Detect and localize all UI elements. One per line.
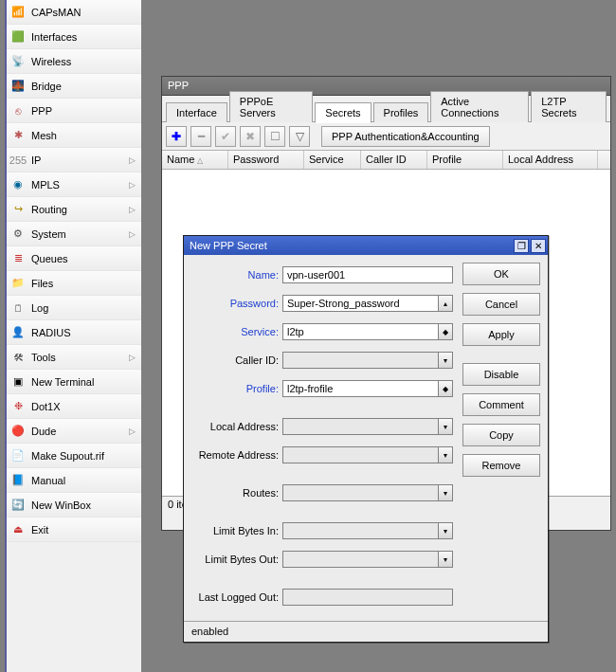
restore-icon[interactable]: ❐ xyxy=(514,239,529,253)
profile-field[interactable] xyxy=(282,380,439,397)
service-dropdown-icon[interactable]: ◆ xyxy=(438,323,453,340)
limit-bytes-in-label: Limit Bytes In: xyxy=(191,525,282,536)
sidebar-item-dude[interactable]: 🔴Dude▷ xyxy=(7,419,141,444)
sidebar-item-mesh[interactable]: ✱Mesh xyxy=(7,123,141,148)
sidebar-item-new-winbox[interactable]: 🔄New WinBox xyxy=(7,493,141,518)
name-field[interactable] xyxy=(282,266,453,283)
sidebar-item-label: RADIUS xyxy=(31,327,71,338)
column-header-service[interactable]: Service xyxy=(304,151,361,169)
sidebar-item-label: Routing xyxy=(31,204,67,215)
sidebar-item-bridge[interactable]: 🌉Bridge xyxy=(7,74,141,99)
caller-id-field[interactable] xyxy=(282,352,439,369)
dialog-titlebar[interactable]: New PPP Secret ❐ ✕ xyxy=(184,236,548,255)
sidebar-item-radius[interactable]: 👤RADIUS xyxy=(7,320,141,345)
tab-interface[interactable]: Interface xyxy=(166,102,227,122)
new-ppp-secret-dialog: New PPP Secret ❐ ✕ Name: Password: ▴ Ser… xyxy=(183,235,549,643)
limit-bytes-in-expand-icon[interactable]: ▾ xyxy=(438,522,453,539)
chevron-right-icon: ▷ xyxy=(129,205,136,214)
make-supout-rif-icon: 📄 xyxy=(10,448,26,463)
column-header-name[interactable]: Name △ xyxy=(162,151,228,169)
sidebar-item-mpls[interactable]: ◉MPLS▷ xyxy=(7,173,141,197)
sidebar-item-routing[interactable]: ↪Routing▷ xyxy=(7,197,141,222)
column-header-caller-id[interactable]: Caller ID xyxy=(361,151,427,169)
ppp-auth-button[interactable]: PPP Authentication&Accounting xyxy=(321,126,490,147)
local-address-expand-icon[interactable]: ▾ xyxy=(438,418,453,435)
sidebar-item-wireless[interactable]: 📡Wireless xyxy=(7,49,141,74)
sidebar-item-new-terminal[interactable]: ▣New Terminal xyxy=(7,370,141,394)
sidebar-item-label: CAPsMAN xyxy=(31,7,82,18)
sidebar-item-ppp[interactable]: ⎋PPP xyxy=(7,99,141,123)
limit-bytes-out-expand-icon[interactable]: ▾ xyxy=(438,551,453,568)
sidebar-item-files[interactable]: 📁Files xyxy=(7,271,141,296)
column-header-local-address[interactable]: Local Address xyxy=(503,151,598,169)
disable-dialog-button[interactable]: Disable xyxy=(462,363,540,386)
tab-pppoe-servers[interactable]: PPPoE Servers xyxy=(229,91,313,122)
column-header-password[interactable]: Password xyxy=(228,151,304,169)
sidebar-item-log[interactable]: 🗒Log xyxy=(7,296,141,320)
ppp-tab-strip: InterfacePPPoE ServersSecretsProfilesAct… xyxy=(162,96,610,122)
sidebar-item-label: Tools xyxy=(31,352,56,363)
capsman-icon: 📶 xyxy=(10,5,26,20)
local-address-field[interactable] xyxy=(282,418,439,435)
sidebar-item-exit[interactable]: ⏏Exit xyxy=(7,518,141,542)
close-icon[interactable]: ✕ xyxy=(531,239,546,253)
remove-dialog-button[interactable]: Remove xyxy=(462,454,540,477)
sidebar-item-queues[interactable]: ≣Queues xyxy=(7,246,141,271)
limit-bytes-out-field[interactable] xyxy=(282,551,439,568)
ok-button[interactable]: OK xyxy=(462,263,540,285)
dialog-status: enabled xyxy=(184,621,548,642)
caller-id-label: Caller ID: xyxy=(191,354,282,366)
tab-active-connections[interactable]: Active Connections xyxy=(430,91,529,122)
routes-label: Routes: xyxy=(191,487,282,499)
column-header-profile[interactable]: Profile xyxy=(427,151,503,169)
name-label: Name: xyxy=(191,269,282,281)
password-field[interactable] xyxy=(282,295,439,312)
comment-button[interactable]: ☐ xyxy=(264,126,285,147)
filter-button[interactable]: ▽ xyxy=(289,126,310,147)
remote-address-field[interactable] xyxy=(282,446,439,463)
enable-button[interactable]: ✔ xyxy=(215,126,236,147)
sidebar-item-label: Make Supout.rif xyxy=(31,450,104,462)
sidebar-item-label: Mesh xyxy=(31,130,57,141)
sidebar-item-label: System xyxy=(31,228,66,240)
tab-l2tp-secrets[interactable]: L2TP Secrets xyxy=(531,91,607,122)
sidebar-item-capsman[interactable]: 📶CAPsMAN xyxy=(7,0,141,25)
remote-address-expand-icon[interactable]: ▾ xyxy=(438,446,453,463)
mesh-icon: ✱ xyxy=(10,128,26,143)
comment-dialog-button[interactable]: Comment xyxy=(462,393,540,416)
sidebar-item-tools[interactable]: 🛠Tools▷ xyxy=(7,345,141,370)
sidebar-item-make-supout-rif[interactable]: 📄Make Supout.rif xyxy=(7,444,141,468)
profile-dropdown-icon[interactable]: ◆ xyxy=(438,380,453,397)
last-logged-out-field xyxy=(282,589,453,606)
tab-secrets[interactable]: Secrets xyxy=(315,102,371,123)
queues-icon: ≣ xyxy=(10,251,26,266)
sidebar-item-ip[interactable]: 255IP▷ xyxy=(7,148,141,173)
limit-bytes-in-field[interactable] xyxy=(282,522,439,539)
log-icon: 🗒 xyxy=(10,300,26,316)
sidebar-item-label: Dude xyxy=(31,426,56,437)
dialog-title: New PPP Secret xyxy=(190,240,267,251)
caller-id-expand-icon[interactable]: ▾ xyxy=(438,352,453,369)
sidebar-item-label: New Terminal xyxy=(31,376,94,388)
disable-button[interactable]: ✖ xyxy=(240,126,261,147)
routes-field[interactable] xyxy=(282,484,439,501)
remove-button[interactable]: ━ xyxy=(190,126,211,147)
sidebar-item-label: PPP xyxy=(31,105,52,117)
add-button[interactable]: ✚ xyxy=(166,126,187,147)
sidebar-item-label: New WinBox xyxy=(31,499,91,511)
sidebar-item-interfaces[interactable]: 🟩Interfaces xyxy=(7,25,141,49)
apply-button[interactable]: Apply xyxy=(462,323,540,346)
dude-icon: 🔴 xyxy=(10,424,26,439)
service-field[interactable] xyxy=(282,323,439,340)
copy-button[interactable]: Copy xyxy=(462,424,540,446)
sidebar-item-dot1x[interactable]: ❉Dot1X xyxy=(7,394,141,419)
sidebar-item-manual[interactable]: 📘Manual xyxy=(7,468,141,493)
tab-profiles[interactable]: Profiles xyxy=(373,102,429,122)
limit-bytes-out-label: Limit Bytes Out: xyxy=(191,554,282,565)
cancel-button[interactable]: Cancel xyxy=(462,293,540,316)
password-expand-icon[interactable]: ▴ xyxy=(438,295,453,312)
sidebar-item-label: Log xyxy=(31,302,48,314)
ppp-icon: ⎋ xyxy=(10,103,26,118)
routes-expand-icon[interactable]: ▾ xyxy=(438,484,453,501)
sidebar-item-system[interactable]: ⚙System▷ xyxy=(7,222,141,246)
